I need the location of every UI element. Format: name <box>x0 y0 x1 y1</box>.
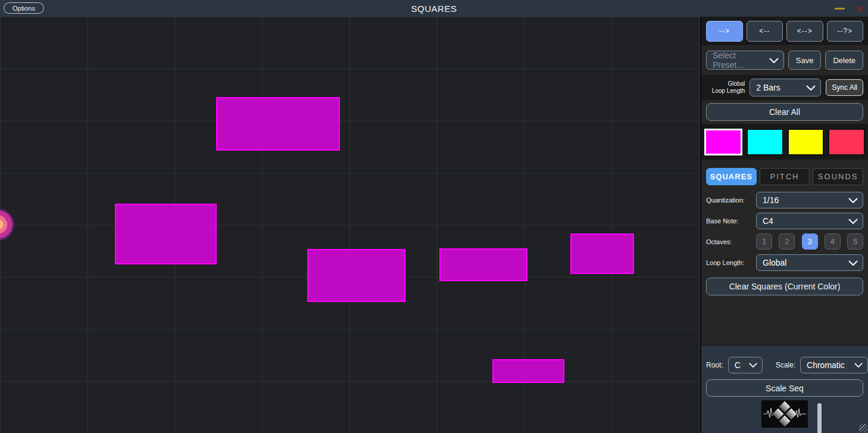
tab-pitch[interactable]: PITCH <box>760 168 810 185</box>
tab-squares[interactable]: SQUARES <box>706 168 757 185</box>
close-icon[interactable]: ✕ <box>855 4 863 13</box>
note-square[interactable] <box>216 97 340 151</box>
scale-seq-button[interactable]: Scale Seq <box>706 379 863 397</box>
global-loop-length-value: 2 Bars <box>756 83 780 92</box>
sync-all-button[interactable]: Sync All <box>826 79 863 96</box>
loop-length-select[interactable]: Global <box>756 254 863 271</box>
titlebar: Options SQUARES ✕ <box>0 0 868 17</box>
base-note-select[interactable]: C4 <box>756 213 863 229</box>
clear-all-button[interactable]: Clear All <box>706 103 863 121</box>
scrollbar-thumb[interactable] <box>817 403 822 433</box>
transport-pingpong-button[interactable]: <--> <box>786 21 823 42</box>
octave-buttons: 1 2 3 4 5 <box>756 233 863 250</box>
octaves-label: Octaves: <box>706 238 752 245</box>
sidebar-spacer <box>701 300 868 345</box>
global-loop-label: Global Loop Length <box>706 80 745 95</box>
clear-all-row: Clear All <box>701 100 868 124</box>
quantization-select[interactable]: 1/16 <box>756 192 863 208</box>
window-controls: ✕ <box>835 0 863 17</box>
scale-select[interactable]: Chromatic <box>800 357 868 373</box>
octaves-row: Octaves: 1 2 3 4 5 <box>701 231 868 252</box>
chevron-down-icon <box>769 58 779 63</box>
root-value: C <box>735 360 741 370</box>
octave-button-2[interactable]: 2 <box>779 233 795 250</box>
clear-squares-button[interactable]: Clear Squares (Current Color) <box>706 278 863 295</box>
playhead-indicator <box>0 208 14 241</box>
transport-row: --> <-- <--> --?> <box>701 17 868 45</box>
window-title: SQUARES <box>0 4 868 14</box>
preset-row: Select Preset... Save Delete <box>701 45 868 75</box>
root-select[interactable]: C <box>728 357 763 373</box>
octave-button-1[interactable]: 1 <box>756 233 772 250</box>
transport-random-button[interactable]: --?> <box>827 21 864 42</box>
octave-button-3[interactable]: 3 <box>802 233 818 250</box>
transport-backward-button[interactable]: <-- <box>747 21 783 42</box>
base-note-value: C4 <box>763 216 773 226</box>
preset-select[interactable]: Select Preset... <box>706 51 784 70</box>
color-swatch-yellow[interactable] <box>788 129 825 155</box>
sidebar: --> <-- <--> --?> Select Preset... Save … <box>700 17 868 433</box>
octave-button-4[interactable]: 4 <box>825 233 841 250</box>
note-square[interactable] <box>307 249 405 302</box>
quantization-label: Quantization: <box>706 197 752 204</box>
tab-sounds[interactable]: SOUNDS <box>813 168 863 185</box>
delete-preset-button[interactable]: Delete <box>825 51 863 70</box>
app-logo <box>761 400 808 428</box>
root-label: Root: <box>706 361 723 369</box>
quantization-row: Quantization: 1/16 <box>701 189 868 210</box>
chevron-down-icon <box>848 260 858 266</box>
resize-grip[interactable] <box>859 424 867 432</box>
chevron-down-icon <box>806 85 816 91</box>
color-swatch-cyan[interactable] <box>747 129 783 155</box>
color-swatch-magenta[interactable] <box>704 129 742 155</box>
save-preset-button[interactable]: Save <box>788 51 822 70</box>
chevron-down-icon <box>848 219 858 224</box>
chevron-down-icon <box>848 198 858 203</box>
minimize-icon[interactable] <box>835 8 845 10</box>
loop-length-row: Loop Length: Global <box>701 252 868 273</box>
loop-length-value: Global <box>763 258 786 267</box>
note-square[interactable] <box>492 359 564 383</box>
note-square[interactable] <box>439 248 527 281</box>
squares-canvas[interactable] <box>0 17 700 433</box>
color-swatch-row <box>701 124 868 160</box>
chevron-down-icon <box>749 363 757 367</box>
scale-label: Scale: <box>776 361 795 369</box>
scale-value: Chromatic <box>807 360 845 370</box>
clear-squares-row: Clear Squares (Current Color) <box>701 273 868 300</box>
scale-panel: Root: C Scale: Chromatic Scale Seq <box>701 345 868 433</box>
preset-select-value: Select Preset... <box>713 51 768 70</box>
octave-button-5[interactable]: 5 <box>847 233 863 250</box>
global-loop-length-select[interactable]: 2 Bars <box>750 79 821 96</box>
color-swatch-pink[interactable] <box>828 129 865 155</box>
chevron-down-icon <box>854 363 863 367</box>
note-square[interactable] <box>570 233 634 274</box>
loop-length-label: Loop Length: <box>706 259 752 266</box>
tab-row: SQUARES PITCH SOUNDS <box>701 160 868 189</box>
transport-forward-button[interactable]: --> <box>706 21 743 42</box>
base-note-row: Base Note: C4 <box>701 210 868 231</box>
base-note-label: Base Note: <box>706 217 752 225</box>
note-square[interactable] <box>115 204 217 264</box>
app-window: Options SQUARES ✕ --> <-- <--> --?> Sele… <box>0 0 868 433</box>
quantization-value: 1/16 <box>763 195 779 205</box>
global-loop-row: Global Loop Length 2 Bars Sync All <box>701 75 868 100</box>
